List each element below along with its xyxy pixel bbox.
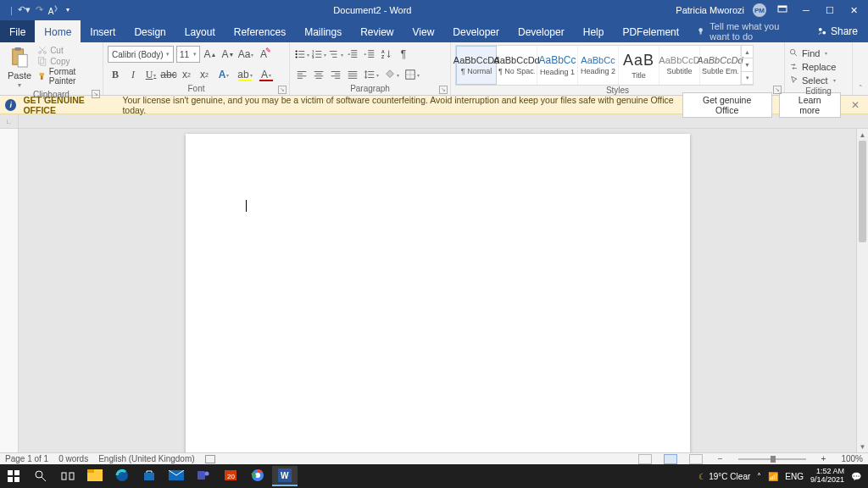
start-button[interactable] [0,464,27,488]
style-subtle-emphasis[interactable]: AaBbCcDdSubtle Em... [700,46,741,85]
taskbar-app-mail[interactable] [164,466,189,486]
document-canvas[interactable] [19,129,856,452]
user-name[interactable]: Patricia Mworozi [676,5,744,15]
tray-language[interactable]: ENG [785,472,804,481]
zoom-out-button[interactable]: − [718,454,723,463]
tray-network-icon[interactable]: 📶 [768,472,778,481]
taskbar-app-store[interactable] [136,466,162,486]
zoom-level[interactable]: 100% [841,454,863,463]
style-subtitle[interactable]: AaBbCcDSubtitle [659,46,700,85]
sort-button[interactable]: AZ [379,47,394,62]
tab-design[interactable]: Design [125,20,175,42]
style-heading1[interactable]: AaBbCcHeading 1 [537,46,578,85]
shrink-font-button[interactable]: A▼ [220,47,236,62]
taskbar-app-chrome[interactable] [245,466,270,486]
taskbar-app-calendar[interactable]: 20 [218,466,243,486]
tab-home[interactable]: Home [35,20,81,42]
subscript-button[interactable]: x2 [179,67,194,82]
taskbar-app-explorer[interactable] [82,466,108,486]
taskbar-app-word[interactable]: W [272,466,298,486]
superscript-button[interactable]: x2 [197,67,212,82]
status-macro-icon[interactable] [205,455,215,463]
tray-chevron-icon[interactable]: ˄ [757,472,761,481]
strikethrough-button[interactable]: abc [161,67,176,82]
scroll-thumb[interactable] [859,141,866,242]
taskbar-app-teams[interactable] [191,466,216,486]
tab-file[interactable]: File [0,20,35,42]
tray-clock[interactable]: 1:52 AM 9/14/2021 [810,468,844,485]
align-right-button[interactable] [328,67,343,82]
page[interactable] [186,134,690,452]
vertical-ruler[interactable] [0,129,19,452]
tab-developer[interactable]: Developer [443,20,509,42]
paragraph-launcher[interactable]: ↘ [439,86,448,94]
clear-formatting-button[interactable]: A✎ [256,47,271,62]
font-size-combo[interactable]: 11▾ [176,46,200,63]
italic-button[interactable]: I [125,67,141,82]
tab-mailings[interactable]: Mailings [295,20,351,42]
borders-button[interactable]: ▾ [403,67,421,82]
font-launcher[interactable]: ↘ [278,86,287,94]
style-title[interactable]: AaBTitle [619,46,659,85]
msgbar-close-icon[interactable]: ✕ [848,99,863,111]
get-genuine-button[interactable]: Get genuine Office [682,92,772,118]
maximize-icon[interactable]: ☐ [822,5,837,16]
tab-layout[interactable]: Layout [175,20,225,42]
styles-down-icon[interactable]: ▼ [742,58,753,71]
task-view-button[interactable] [54,464,81,488]
text-effects-button[interactable]: A▾ [214,67,233,82]
zoom-slider[interactable] [738,458,806,460]
change-case-button[interactable]: Aa▾ [238,47,253,62]
find-button[interactable]: Find▾ [789,47,836,59]
share-button[interactable]: Share [807,20,868,42]
avatar[interactable]: PM [753,3,766,17]
format-painter-button[interactable]: Format Painter [37,67,98,86]
align-left-button[interactable] [294,67,309,82]
redo-icon[interactable]: ↷ [36,4,43,15]
paste-button[interactable]: Paste ▼ [4,45,35,90]
weather-widget[interactable]: ☾ 19°C Clear [698,472,750,481]
style-normal[interactable]: AaBbCcDd¶ Normal [456,46,497,85]
styles-gallery[interactable]: AaBbCcDd¶ Normal AaBbCcDd¶ No Spac... Aa… [455,45,754,86]
taskbar-app-edge[interactable] [109,466,135,486]
tab-insert[interactable]: Insert [81,20,125,42]
tell-me-search[interactable]: Tell me what you want to do [688,20,807,42]
copy-button[interactable]: Copy [37,56,98,66]
decrease-indent-button[interactable] [345,47,360,62]
tab-help[interactable]: Help [574,20,614,42]
justify-button[interactable] [345,67,360,82]
scroll-down-icon[interactable]: ▼ [857,441,868,452]
show-marks-button[interactable]: ¶ [396,47,411,62]
read-mode-button[interactable] [638,454,652,464]
tab-pdfelement[interactable]: PDFelement [613,20,688,42]
underline-button[interactable]: U▾ [143,67,159,82]
close-icon[interactable]: ✕ [846,5,861,16]
replace-button[interactable]: Replace [789,60,836,73]
tab-references[interactable]: References [225,20,295,42]
font-color-button[interactable]: A▾ [257,67,275,82]
search-button[interactable] [27,464,54,488]
scroll-up-icon[interactable]: ▲ [857,129,868,141]
align-center-button[interactable] [311,67,326,82]
vertical-scrollbar[interactable]: ▲ ▼ [856,129,868,452]
grow-font-button[interactable]: A▲ [203,47,218,62]
print-layout-button[interactable] [664,454,677,464]
undo-icon[interactable]: ↶▾ [18,4,31,15]
highlight-button[interactable]: ab▾ [236,67,254,82]
style-heading2[interactable]: AaBbCcHeading 2 [578,46,619,85]
bold-button[interactable]: B [108,67,123,82]
learn-more-button[interactable]: Learn more [779,92,841,118]
shading-button[interactable]: ▾ [382,67,401,82]
select-button[interactable]: Select▾ [789,74,836,86]
tab-view[interactable]: View [403,20,444,42]
ribbon-display-icon[interactable] [775,4,790,16]
web-layout-button[interactable] [689,454,703,464]
increase-indent-button[interactable] [362,47,377,62]
multilevel-button[interactable]: ▾ [328,47,343,62]
tab-developer-2[interactable]: Developer [509,20,574,42]
cut-button[interactable]: Cut [37,45,98,55]
style-no-spacing[interactable]: AaBbCcDd¶ No Spac... [497,46,537,85]
collapse-ribbon-icon[interactable]: ˄ [853,42,868,95]
clipboard-launcher[interactable]: ↘ [92,90,100,98]
touch-mode-icon[interactable]: A》 [48,4,61,16]
